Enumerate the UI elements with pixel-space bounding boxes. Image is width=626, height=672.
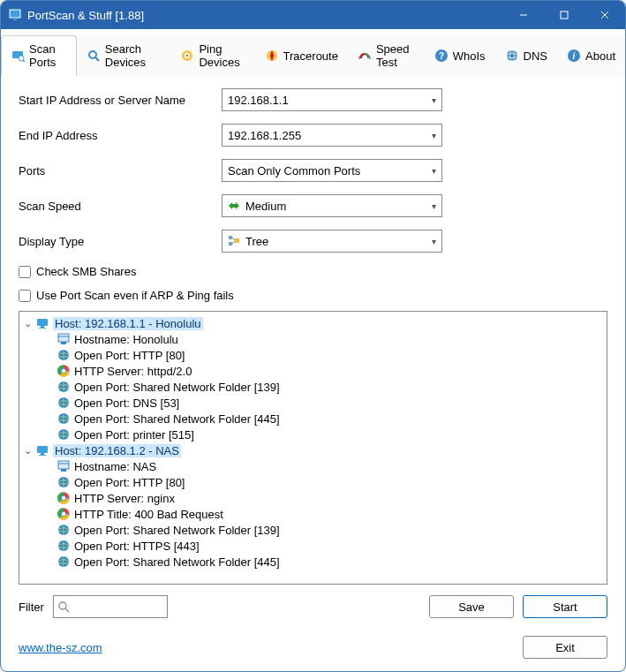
svg-line-12 xyxy=(65,608,69,612)
search-icon xyxy=(57,600,70,613)
end-ip-value: 192.168.1.255 xyxy=(228,129,301,142)
search-devices-icon xyxy=(87,49,101,63)
tab-label: About xyxy=(585,49,615,63)
ports-select[interactable]: Scan Only Common Ports ▾ xyxy=(222,159,442,182)
ports-label: Ports xyxy=(19,164,222,177)
check-smb-checkbox[interactable] xyxy=(19,266,31,278)
tree-item-label: Open Port: Shared Network Folder [139] xyxy=(74,524,280,537)
app-window: PortScan & Stuff [1.88] Scan PortsSearch… xyxy=(0,0,626,672)
tab-traceroute[interactable]: Traceroute xyxy=(255,35,348,76)
tree-item-row[interactable]: Open Port: HTTP [80] xyxy=(21,347,605,363)
exit-button[interactable]: Exit xyxy=(523,636,607,659)
check-arp-checkbox[interactable] xyxy=(19,290,31,302)
tree-item-row[interactable]: Hostname: NAS xyxy=(21,458,605,474)
tab-whois[interactable]: WhoIs xyxy=(425,35,495,76)
tree-item-label: Open Port: Shared Network Folder [139] xyxy=(74,381,280,394)
filter-input[interactable] xyxy=(73,600,163,614)
ports-value: Scan Only Common Ports xyxy=(228,164,360,177)
port-icon xyxy=(57,348,71,362)
tree-item-label: Open Port: DNS [53] xyxy=(74,396,179,410)
tree-host-row[interactable]: ⌄Host: 192.168.1.1 - Honolulu xyxy=(21,315,605,331)
tab-label: Search Devices xyxy=(105,42,162,69)
display-type-label: Display Type xyxy=(19,235,222,248)
ping-devices-icon xyxy=(180,49,194,63)
tab-scan-ports[interactable]: Scan Ports xyxy=(1,35,77,76)
browser-icon xyxy=(57,364,71,378)
display-type-select[interactable]: Tree ▾ xyxy=(222,230,442,253)
end-ip-input[interactable]: 192.168.1.255 ▾ xyxy=(222,124,442,147)
check-smb-label: Check SMB Shares xyxy=(36,265,136,278)
footer: www.the-sz.com Exit xyxy=(1,627,625,671)
results-tree[interactable]: ⌄Host: 192.168.1.1 - HonoluluHostname: H… xyxy=(19,311,607,585)
scan-speed-select[interactable]: Medium ▾ xyxy=(222,194,442,217)
hostname-icon xyxy=(57,332,71,346)
hostname-icon xyxy=(57,459,71,473)
tree-item-row[interactable]: Open Port: Shared Network Folder [445] xyxy=(21,554,605,570)
tree-item-row[interactable]: Hostname: Honolulu xyxy=(21,331,605,347)
maximize-button[interactable] xyxy=(544,1,585,29)
start-ip-input[interactable]: 192.168.1.1 ▾ xyxy=(222,88,442,111)
svg-rect-7 xyxy=(229,242,232,245)
tab-speed-test[interactable]: Speed Test xyxy=(348,35,425,76)
tree-item-row[interactable]: Open Port: HTTP [80] xyxy=(21,474,605,490)
about-icon xyxy=(567,49,581,63)
filter-label: Filter xyxy=(19,600,44,614)
svg-point-11 xyxy=(59,602,66,609)
tree-host-label: Host: 192.168.1.1 - Honolulu xyxy=(53,317,203,330)
tab-dns[interactable]: DNS xyxy=(495,35,557,76)
tree-host-row[interactable]: ⌄Host: 192.168.1.2 - NAS xyxy=(21,442,605,458)
host-icon xyxy=(35,316,49,330)
start-button[interactable]: Start xyxy=(523,595,607,618)
save-button[interactable]: Save xyxy=(429,595,514,618)
chevron-down-icon: ▾ xyxy=(432,237,436,246)
tree-item-row[interactable]: Open Port: Shared Network Folder [139] xyxy=(21,379,605,395)
tree-item-row[interactable]: Open Port: Shared Network Folder [139] xyxy=(21,522,605,538)
tree-item-label: Open Port: Shared Network Folder [445] xyxy=(74,555,280,569)
tab-ping-devices[interactable]: Ping Devices xyxy=(170,35,254,76)
start-ip-value: 192.168.1.1 xyxy=(228,94,289,107)
tree-icon xyxy=(228,235,240,247)
close-button[interactable] xyxy=(585,1,625,29)
window-title: PortScan & Stuff [1.88] xyxy=(27,9,503,22)
port-icon xyxy=(57,475,71,489)
tree-item-row[interactable]: Open Port: DNS [53] xyxy=(21,395,605,411)
tree-item-row[interactable]: Open Port: HTTPS [443] xyxy=(21,538,605,554)
port-icon xyxy=(57,396,71,410)
tab-search-devices[interactable]: Search Devices xyxy=(77,35,171,76)
filter-input-wrapper xyxy=(53,595,168,618)
tree-expand-icon[interactable]: ⌄ xyxy=(21,445,34,457)
tree-item-row[interactable]: Open Port: printer [515] xyxy=(21,427,605,442)
tree-item-label: Open Port: Shared Network Folder [445] xyxy=(74,412,280,426)
tree-expand-icon[interactable]: ⌄ xyxy=(21,318,34,329)
port-icon xyxy=(57,523,71,537)
scan-ports-icon xyxy=(11,49,25,63)
tree-item-label: Open Port: HTTP [80] xyxy=(74,476,185,489)
title-bar: PortScan & Stuff [1.88] xyxy=(1,1,625,29)
tree-item-label: Hostname: Honolulu xyxy=(74,333,178,346)
tree-item-label: Open Port: printer [515] xyxy=(74,428,194,442)
minimize-button[interactable] xyxy=(503,1,544,29)
chevron-down-icon: ▾ xyxy=(432,201,436,211)
tree-item-label: HTTP Server: httpd/2.0 xyxy=(74,365,192,378)
host-icon xyxy=(35,443,49,457)
end-ip-label: End IP Address xyxy=(19,129,222,142)
start-ip-label: Start IP Address or Server Name xyxy=(19,94,222,107)
display-type-value: Tree xyxy=(245,235,268,248)
tree-item-label: Open Port: HTTPS [443] xyxy=(74,540,200,553)
port-icon xyxy=(57,555,71,569)
tree-item-row[interactable]: Open Port: Shared Network Folder [445] xyxy=(21,411,605,427)
tree-item-row[interactable]: HTTP Server: httpd/2.0 xyxy=(21,363,605,379)
tree-item-row[interactable]: HTTP Title: 400 Bad Request xyxy=(21,506,605,522)
svg-rect-1 xyxy=(13,18,17,20)
tab-label: Traceroute xyxy=(283,49,338,63)
tree-item-row[interactable]: HTTP Server: nginx xyxy=(21,490,605,506)
website-link[interactable]: www.the-sz.com xyxy=(19,641,102,654)
tab-about[interactable]: About xyxy=(557,35,625,76)
port-icon xyxy=(57,539,71,553)
chevron-down-icon: ▾ xyxy=(432,95,436,105)
tree-host-label: Host: 192.168.1.2 - NAS xyxy=(53,444,181,457)
browser-icon xyxy=(57,491,71,505)
scan-speed-label: Scan Speed xyxy=(19,200,222,213)
window-controls xyxy=(503,1,625,29)
chevron-down-icon: ▾ xyxy=(432,166,436,176)
